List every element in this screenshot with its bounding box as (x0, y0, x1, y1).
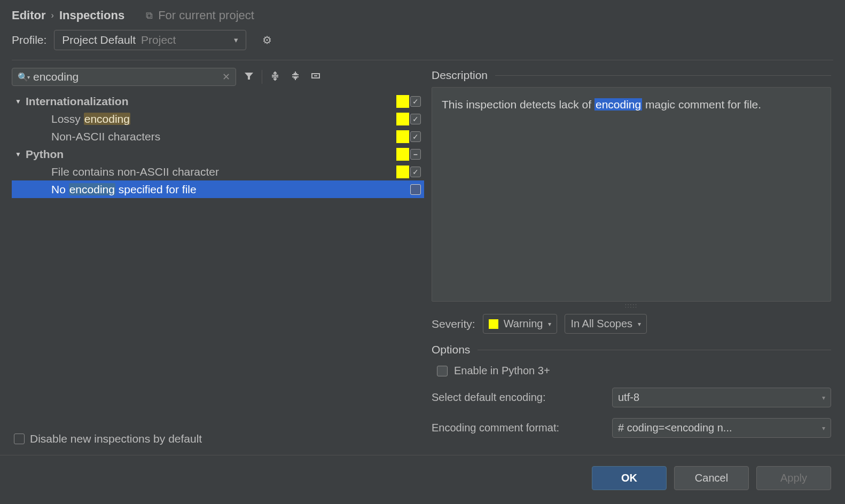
enable-py3-row[interactable]: Enable in Python 3+ (437, 365, 831, 377)
checkbox[interactable] (410, 131, 421, 142)
right-pane: Description This inspection detects lack… (424, 68, 833, 445)
reset-icon[interactable] (308, 70, 323, 84)
severity-swatch (396, 166, 409, 178)
default-encoding-label: Select default encoding: (432, 391, 603, 404)
options-header: Options (432, 343, 831, 356)
search-input-wrapper[interactable]: 🔍 ▾ ✕ (12, 68, 236, 86)
separator (262, 70, 262, 84)
disable-new-row[interactable]: Disable new inspections by default (12, 427, 424, 445)
expand-all-icon[interactable] (268, 70, 283, 84)
tree-item[interactable]: No encoding specified for file (12, 180, 424, 198)
severity-swatch (396, 130, 409, 143)
left-pane: 🔍 ▾ ✕ ▼InternationalizationLossy encodin… (12, 68, 424, 445)
severity-swatch (396, 95, 409, 108)
profile-row: Profile: Project Default Project ▾ ⚙ (0, 28, 845, 60)
checkbox[interactable] (410, 167, 421, 177)
options-title: Options (432, 343, 470, 356)
tree-item[interactable]: Non-ASCII characters (12, 128, 424, 145)
checkbox[interactable] (437, 366, 448, 376)
scope-label: For current project (158, 9, 254, 22)
scope-value: In All Scopes (570, 318, 632, 330)
checkbox[interactable] (410, 184, 421, 195)
default-encoding-row: Select default encoding: utf-8 ▾ (432, 388, 831, 407)
tree-label: Lossy encoding (51, 113, 396, 125)
chevron-down-icon: ▾ (822, 424, 825, 432)
profile-name: Project Default (62, 34, 136, 46)
highlight: encoding (594, 98, 642, 111)
scope-dropdown[interactable]: In All Scopes ▾ (565, 314, 647, 334)
highlight: encoding (69, 183, 115, 195)
tree-group[interactable]: ▼Python (12, 145, 424, 163)
severity-row: Severity: Warning ▾ In All Scopes ▾ (432, 314, 831, 334)
tree-label: Non-ASCII characters (51, 130, 396, 143)
resize-grip[interactable]: ::::: (429, 303, 833, 309)
search-input[interactable] (33, 70, 222, 83)
comment-format-label: Encoding comment format: (432, 422, 603, 434)
copy-icon: ⧉ (146, 10, 153, 21)
expand-toggle-icon[interactable]: ▼ (15, 151, 26, 158)
comment-format-value: # coding=<encoding n... (618, 422, 732, 434)
profile-dropdown[interactable]: Project Default Project ▾ (54, 30, 246, 50)
profile-scope: Project (141, 34, 229, 46)
comment-format-dropdown[interactable]: # coding=<encoding n... ▾ (612, 418, 831, 438)
collapse-all-icon[interactable] (288, 70, 303, 84)
chevron-down-icon: ▾ (234, 35, 238, 45)
tree-label: No encoding specified for file (51, 183, 396, 196)
checkbox[interactable] (14, 434, 25, 444)
inspection-tree[interactable]: ▼InternationalizationLossy encodingNon-A… (12, 92, 424, 427)
profile-label: Profile: (12, 34, 46, 46)
filter-icon[interactable] (241, 70, 256, 84)
tree-label: Internationalization (26, 95, 396, 108)
description-header: Description (432, 69, 831, 82)
chevron-right-icon: › (51, 11, 54, 20)
default-encoding-dropdown[interactable]: utf-8 ▾ (612, 388, 831, 407)
cancel-button[interactable]: Cancel (674, 466, 749, 490)
chevron-down-icon: ▾ (548, 320, 551, 328)
tree-label: Python (26, 148, 396, 161)
enable-py3-label: Enable in Python 3+ (454, 365, 550, 377)
divider (12, 60, 833, 60)
gear-icon[interactable]: ⚙ (262, 34, 272, 46)
tree-label: File contains non-ASCII character (51, 166, 396, 178)
description-title: Description (432, 69, 488, 82)
severity-swatch (396, 148, 409, 161)
tree-item[interactable]: File contains non-ASCII character (12, 163, 424, 180)
search-icon: 🔍 (18, 72, 28, 82)
footer: OK Cancel Apply (0, 455, 845, 504)
ok-button[interactable]: OK (592, 466, 667, 490)
severity-value: Warning (504, 318, 543, 330)
severity-swatch (396, 113, 409, 125)
breadcrumb-parent[interactable]: Editor (12, 9, 46, 22)
severity-label: Severity: (432, 318, 475, 330)
breadcrumb-current: Inspections (59, 9, 124, 22)
chevron-down-icon: ▾ (638, 320, 641, 328)
tree-group[interactable]: ▼Internationalization (12, 92, 424, 110)
comment-format-row: Encoding comment format: # coding=<encod… (432, 418, 831, 438)
svg-rect-1 (314, 75, 317, 76)
apply-button[interactable]: Apply (756, 466, 831, 490)
description-text: This inspection detects lack of encoding… (432, 87, 831, 302)
chevron-down-icon[interactable]: ▾ (27, 74, 30, 80)
checkbox[interactable] (410, 149, 421, 160)
disable-new-label: Disable new inspections by default (30, 432, 202, 445)
checkbox[interactable] (410, 96, 421, 107)
default-encoding-value: utf-8 (618, 391, 639, 404)
severity-swatch (489, 319, 498, 329)
highlight: encoding (84, 113, 130, 125)
breadcrumb: Editor › Inspections ⧉ For current proje… (0, 0, 845, 28)
expand-toggle-icon[interactable]: ▼ (15, 98, 26, 105)
clear-icon[interactable]: ✕ (222, 71, 230, 83)
search-toolbar: 🔍 ▾ ✕ (12, 68, 424, 86)
checkbox[interactable] (410, 114, 421, 124)
chevron-down-icon: ▾ (822, 394, 825, 401)
tree-item[interactable]: Lossy encoding (12, 110, 424, 128)
severity-dropdown[interactable]: Warning ▾ (483, 314, 558, 334)
